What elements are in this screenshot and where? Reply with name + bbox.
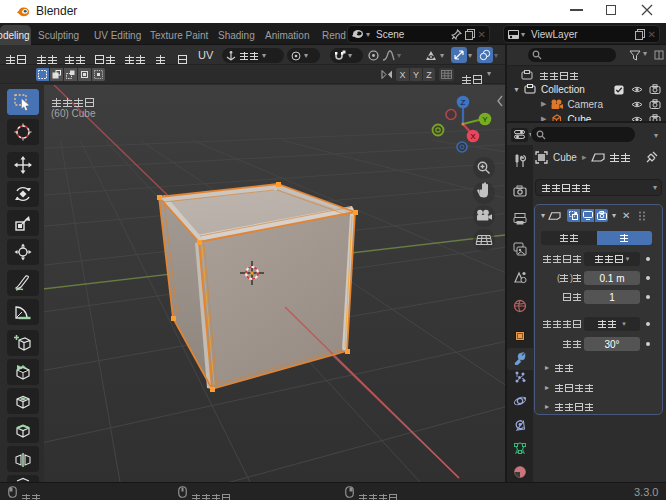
svg-text:Y: Y bbox=[482, 115, 488, 124]
svg-text:Z: Z bbox=[461, 98, 466, 107]
svg-text:X: X bbox=[470, 132, 476, 141]
